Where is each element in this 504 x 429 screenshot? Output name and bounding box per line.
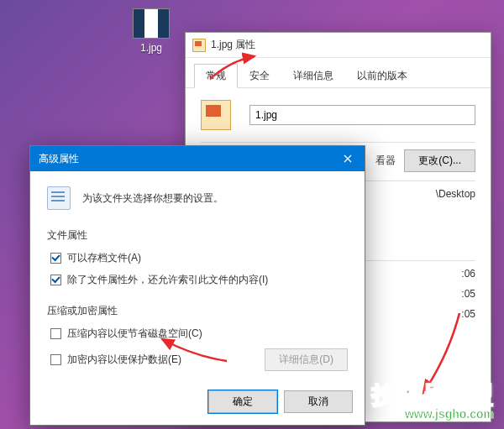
file-thumbnail-icon <box>133 8 170 39</box>
properties-titlebar[interactable]: 1.jpg 属性 <box>186 33 491 58</box>
compress-encrypt-heading: 压缩或加密属性 <box>47 304 348 318</box>
encrypt-label[interactable]: 加密内容以便保护数据(E) <box>67 353 181 367</box>
dialog-footer: 确定 取消 <box>30 381 365 425</box>
settings-list-icon <box>47 186 71 210</box>
tab-general[interactable]: 常规 <box>194 64 238 88</box>
index-label[interactable]: 除了文件属性外，还允许索引此文件的内容(I) <box>67 273 268 287</box>
intro-text: 为该文件夹选择你想要的设置。 <box>82 191 223 206</box>
details-button: 详细信息(D) <box>265 348 348 371</box>
window-title: 1.jpg 属性 <box>211 38 255 52</box>
archive-label[interactable]: 可以存档文件(A) <box>67 251 141 265</box>
compress-label[interactable]: 压缩内容以便节省磁盘空间(C) <box>67 327 202 341</box>
dialog-title: 高级属性 <box>39 152 79 166</box>
archive-checkbox[interactable] <box>50 253 61 264</box>
desktop-file[interactable]: 1.jpg <box>122 8 181 54</box>
close-icon <box>344 154 352 163</box>
ok-button[interactable]: 确定 <box>208 390 277 413</box>
file-attributes-heading: 文件属性 <box>47 228 348 243</box>
file-label: 1.jpg <box>140 42 162 54</box>
tab-security[interactable]: 安全 <box>238 64 281 88</box>
encrypt-checkbox[interactable] <box>50 354 61 365</box>
advanced-attributes-dialog: 高级属性 为该文件夹选择你想要的设置。 文件属性 可以存档文件(A) 除了文件属… <box>29 145 365 426</box>
advanced-titlebar[interactable]: 高级属性 <box>30 146 365 171</box>
index-checkbox[interactable] <box>50 275 61 285</box>
image-file-icon <box>192 39 206 52</box>
tab-bar: 常规 安全 详细信息 以前的版本 <box>186 58 491 88</box>
viewer-fragment: 看器 <box>375 154 396 168</box>
compress-checkbox[interactable] <box>50 328 61 339</box>
tab-previous-versions[interactable]: 以前的版本 <box>345 64 419 88</box>
filename-input[interactable] <box>249 105 475 125</box>
tab-details[interactable]: 详细信息 <box>281 64 345 88</box>
change-button[interactable]: 更改(C)... <box>404 149 475 172</box>
cancel-button[interactable]: 取消 <box>284 390 353 413</box>
close-button[interactable] <box>331 146 365 171</box>
image-file-icon <box>201 100 231 130</box>
